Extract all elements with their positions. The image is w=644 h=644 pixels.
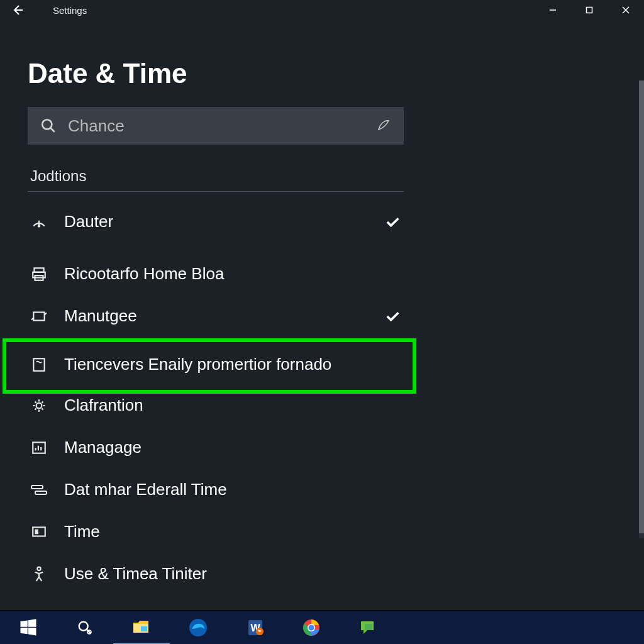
svg-line-5: [50, 128, 55, 132]
svg-rect-10: [33, 312, 44, 320]
word-icon: W: [245, 618, 265, 638]
menu-item-managage[interactable]: Managage: [28, 429, 404, 466]
menu-item-datmhar[interactable]: Dat mhar Ederall Time: [28, 471, 404, 508]
taskbar-explorer[interactable]: [113, 611, 170, 645]
menu-item-label: Managage: [64, 438, 401, 457]
section-label: Jodtions: [28, 167, 616, 185]
gauge-icon: [30, 213, 48, 231]
back-arrow-icon: [11, 4, 24, 16]
document-icon: [30, 356, 48, 374]
menu-list: Dauter Ricootarfo Home Bloa Manutgee Tie…: [28, 203, 404, 592]
window-title: Settings: [53, 5, 87, 16]
page-title: Date & Time: [28, 58, 616, 89]
slider-icon: [30, 481, 48, 499]
close-button[interactable]: [608, 0, 644, 20]
divider: [28, 191, 404, 192]
svg-rect-20: [35, 529, 38, 534]
menu-item-label: Manutgee: [64, 306, 384, 326]
search-input[interactable]: [68, 116, 376, 136]
svg-rect-34: [365, 624, 372, 630]
scrollbar-thumb[interactable]: [639, 80, 644, 533]
menu-item-tiencevers[interactable]: Tiencevers Enaily promertior fornado: [28, 346, 404, 383]
menu-item-clafrantion[interactable]: Clafrantion: [28, 387, 404, 424]
loop-icon: [30, 308, 48, 325]
taskbar-search[interactable]: [57, 611, 113, 645]
search-icon: [40, 118, 57, 134]
file-explorer-icon: [132, 619, 151, 635]
menu-item-usetimea[interactable]: Use & Timea Tiniter: [28, 555, 404, 592]
menu-item-label: Dauter: [64, 212, 384, 231]
menu-item-label: Dat mhar Ederall Time: [64, 480, 401, 499]
chrome-icon: [302, 618, 321, 637]
taskbar-chrome[interactable]: [283, 611, 340, 645]
svg-rect-17: [31, 486, 43, 489]
back-button[interactable]: [8, 0, 28, 20]
svg-rect-18: [35, 491, 47, 494]
check-icon: [384, 213, 401, 231]
minimize-button[interactable]: [535, 0, 571, 20]
menu-item-label: Tiencevers Enaily promertior fornado: [64, 355, 401, 374]
svg-rect-11: [33, 358, 44, 371]
windows-icon: [19, 618, 38, 637]
menu-item-label: Time: [64, 522, 401, 541]
start-button[interactable]: [0, 611, 57, 645]
menu-item-time[interactable]: Time: [28, 513, 404, 550]
printer-icon: [30, 265, 48, 283]
titlebar: Settings: [0, 0, 644, 20]
menu-item-label: Use & Timea Tiniter: [64, 564, 401, 584]
svg-point-12: [36, 402, 42, 408]
search-box[interactable]: [28, 107, 404, 145]
svg-rect-19: [33, 527, 45, 536]
scrollbar[interactable]: [639, 80, 644, 538]
menu-item-manutgee[interactable]: Manutgee: [28, 297, 404, 335]
svg-point-4: [42, 119, 52, 129]
taskbar-word[interactable]: W: [226, 611, 283, 645]
svg-point-6: [38, 225, 40, 227]
check-icon: [384, 308, 401, 325]
search-icon: [76, 619, 94, 636]
window-controls: [535, 0, 644, 20]
edge-icon: [188, 618, 208, 638]
chat-icon: [358, 619, 377, 636]
taskbar: W: [0, 610, 644, 644]
pen-icon: [376, 118, 391, 133]
menu-item-dauter[interactable]: Dauter: [28, 203, 404, 240]
gear-icon: [30, 397, 48, 414]
close-icon: [621, 6, 630, 14]
maximize-button[interactable]: [571, 0, 608, 20]
chart-icon: [30, 439, 48, 457]
content-area: Date & Time Jodtions Dauter Ricootarfo H…: [0, 20, 644, 592]
svg-rect-1: [587, 8, 592, 13]
maximize-icon: [586, 6, 593, 14]
svg-point-33: [309, 625, 314, 630]
svg-point-21: [37, 567, 40, 570]
menu-item-label: Ricootarfo Home Bloa: [64, 264, 401, 284]
svg-rect-26: [141, 626, 147, 631]
taskbar-edge[interactable]: [170, 611, 226, 645]
monitor-icon: [30, 523, 48, 541]
menu-item-ricootarfo[interactable]: Ricootarfo Home Bloa: [28, 255, 404, 292]
minimize-icon: [549, 6, 557, 14]
taskbar-chat[interactable]: [340, 611, 396, 645]
svg-line-23: [86, 629, 91, 633]
menu-item-label: Clafrantion: [64, 396, 401, 415]
accessibility-icon: [30, 565, 48, 583]
